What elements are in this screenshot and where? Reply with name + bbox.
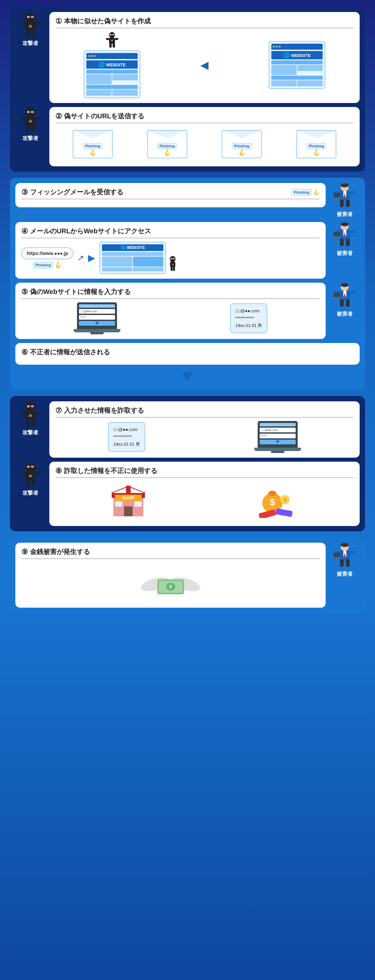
step9-content: ¥ ¥ [21, 562, 320, 603]
victim-icon-4 [332, 222, 358, 249]
svg-point-47 [171, 258, 172, 259]
svg-rect-21 [115, 38, 118, 40]
attacker-beside-website: ☠ [166, 256, 180, 274]
stolen-info-card: □□@●●.com *********** 19xx.01.01 男 [108, 422, 145, 452]
svg-text:☠: ☠ [172, 263, 174, 266]
page: ☠ 攻撃者 ① 本物に似せた偽サイトを作成 [0, 0, 375, 980]
step8-row: ☠ 攻撃者 ⑧ 詐取した情報を不正に使用する [15, 462, 360, 526]
step9-section: ⑨ 金銭被害が発生する ¥ ¥ [10, 537, 365, 613]
svg-point-14 [110, 34, 111, 35]
svg-rect-10 [35, 22, 40, 25]
svg-rect-93 [26, 480, 30, 487]
svg-text:$: $ [270, 497, 275, 508]
victim-figure-9: 被害者 [330, 542, 360, 578]
svg-point-86 [25, 462, 35, 472]
step5-row: ⑤ 偽のWebサイトに情報を入力する □□@●●.com ***** [15, 283, 360, 339]
phishing-label-2: Phishing [157, 143, 177, 149]
envelope-4: Phishing 🪝 [295, 130, 338, 158]
svg-point-48 [174, 258, 175, 259]
info-line3: 19xx.01.01 男 [235, 322, 262, 329]
step4-envelope: Phishing 🪝 [33, 261, 62, 269]
svg-point-22 [25, 108, 35, 117]
svg-rect-58 [340, 239, 344, 246]
svg-rect-59 [346, 239, 350, 246]
svg-rect-69 [340, 299, 344, 307]
phishing-badge-step4: Phishing [33, 262, 53, 268]
svg-rect-127 [346, 559, 350, 567]
step2-title: ② 偽サイトのURLを送信する [55, 112, 354, 123]
victim-figure-4: 被害者 [330, 222, 360, 257]
phishing-label-4: Phishing [307, 143, 326, 149]
svg-point-25 [28, 111, 29, 113]
svg-point-109 [269, 491, 276, 496]
step5-content: □□@●●.com ***** □□@●●.com *********** [21, 302, 320, 334]
svg-text:☠: ☠ [28, 118, 32, 124]
svg-rect-51 [171, 266, 173, 271]
svg-rect-41 [350, 191, 355, 194]
phishing-label-3: Phishing [232, 143, 251, 149]
flying-money-svg: ¥ ¥ [137, 568, 204, 598]
svg-rect-83 [31, 420, 35, 426]
step6-section: ⑥ 不正者に情報が送信される ▼ [15, 343, 360, 385]
svg-rect-94 [31, 480, 35, 487]
website-titlebar [86, 53, 138, 59]
svg-rect-129 [350, 551, 355, 554]
svg-text:$: $ [284, 497, 286, 503]
screen-email-field: □□@●●.com [79, 309, 115, 313]
svg-point-3 [28, 16, 29, 18]
shop-icon: SHOP [110, 485, 147, 518]
svg-rect-52 [173, 266, 175, 271]
svg-rect-103 [134, 501, 141, 507]
attacker-figure-col-8: ☠ 攻撃者 [15, 462, 45, 497]
svg-point-75 [25, 402, 35, 411]
hook-icon-1: 🪝 [89, 149, 96, 156]
attacker-icon-7: ☠ [18, 401, 43, 428]
svg-rect-126 [340, 559, 344, 567]
money-svg: $ $ [256, 485, 299, 518]
svg-text:☠: ☠ [28, 23, 32, 29]
svg-rect-43 [334, 197, 341, 199]
svg-line-104 [112, 486, 128, 493]
laptop7-password: ***** [260, 434, 296, 438]
svg-rect-96 [35, 472, 40, 474]
step1-title: ① 本物に似せた偽サイトを作成 [55, 17, 354, 28]
svg-line-105 [128, 486, 145, 493]
step5-title: ⑤ 偽のWebサイトに情報を入力する [21, 287, 320, 299]
svg-rect-31 [21, 117, 26, 120]
svg-point-78 [28, 406, 29, 407]
envelopes-row: Phishing 🪝 Phishing 🪝 [55, 127, 354, 162]
svg-point-34 [341, 183, 349, 187]
svg-rect-73 [334, 293, 340, 298]
stolen-info-line3: 19xx.01.01 男 [113, 441, 140, 448]
step3-card: ③ フィッシングメールを受信する Phishing 🪝 [15, 183, 326, 207]
attacker-section-1-2: ☠ 攻撃者 ① 本物に似せた偽サイトを作成 [10, 7, 365, 172]
svg-rect-74 [334, 297, 341, 298]
step3-envelope: Phishing 🪝 [292, 189, 320, 196]
victim-icon-3 [332, 183, 358, 210]
hook-icon-step3: 🪝 [313, 189, 320, 195]
svg-rect-30 [31, 125, 35, 132]
envelope-2: Phishing 🪝 [146, 130, 189, 158]
attacker-section-7-8: ☠ 攻撃者 ⑦ 入力させた情報を詐取する □□@●●.com [10, 396, 365, 531]
svg-rect-62 [334, 232, 340, 237]
hook-icon-3: 🪝 [238, 149, 245, 156]
svg-rect-7 [26, 30, 30, 37]
step6-title: ⑥ 不正者に情報が送信される [21, 348, 354, 357]
svg-rect-131 [334, 557, 341, 558]
attacker-label-1: 攻撃者 [22, 40, 38, 47]
svg-rect-102 [115, 501, 122, 507]
svg-rect-38 [340, 200, 344, 207]
website-header: 🌐 WEBSITE [86, 60, 138, 68]
svg-rect-84 [21, 411, 26, 414]
attacker-icon-2: ☠ [18, 107, 43, 134]
svg-rect-113 [275, 508, 293, 517]
real-website-body [271, 60, 323, 86]
attacker-figure-col-2: ☠ 攻撃者 [15, 107, 45, 142]
mid-section-3-6: ③ フィッシングメールを受信する Phishing 🪝 [10, 178, 365, 390]
victim-label-4: 被害者 [337, 250, 353, 257]
step1-content: ☠ 🌐 WE [55, 32, 354, 98]
svg-rect-18 [109, 43, 112, 48]
svg-text:☠: ☠ [111, 39, 113, 42]
svg-rect-63 [334, 236, 341, 238]
svg-rect-32 [35, 117, 40, 120]
